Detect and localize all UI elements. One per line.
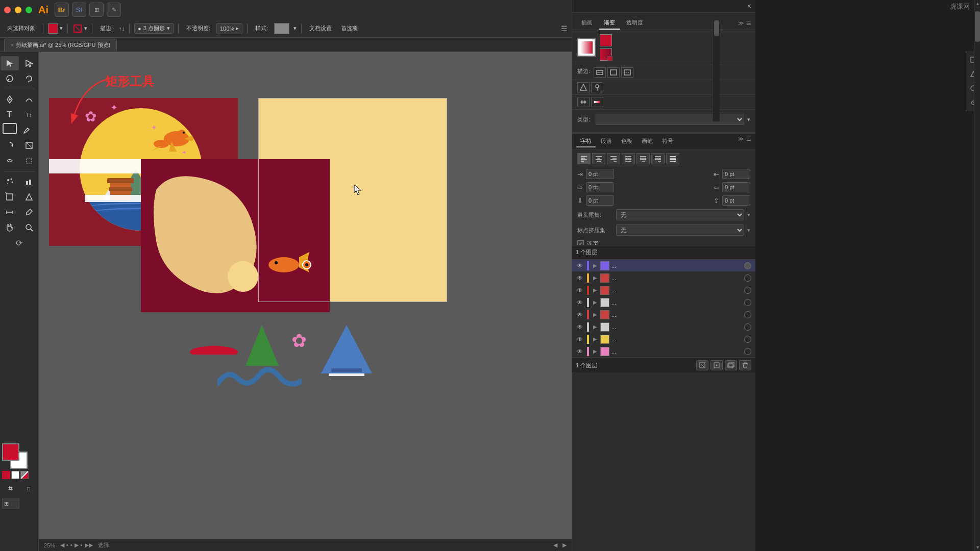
rect-tool-btn[interactable] bbox=[3, 123, 17, 134]
scroll-up-btn[interactable]: ▲ bbox=[975, 1, 980, 6]
curvature-tool-btn[interactable] bbox=[20, 92, 38, 107]
artboard-tool-btn[interactable] bbox=[1, 190, 19, 204]
angle-icon-btn[interactable] bbox=[577, 82, 590, 92]
gradient-swatch-red[interactable] bbox=[600, 34, 612, 46]
gradient-panel-scrollbar[interactable] bbox=[713, 19, 720, 121]
stock-icon[interactable]: St bbox=[72, 3, 86, 17]
stroke-align-right-btn[interactable] bbox=[621, 67, 633, 78]
mini-swatch-red[interactable] bbox=[2, 471, 10, 479]
layer-6-vis[interactable]: 👁 bbox=[576, 335, 584, 343]
doc-setup-btn[interactable]: 文档设置 bbox=[306, 23, 335, 33]
last-page-btn[interactable]: ▶▶ bbox=[85, 542, 93, 548]
style-swatch[interactable] bbox=[274, 23, 289, 34]
layer-row-0[interactable]: 👁 ▶ ... bbox=[572, 260, 755, 272]
hyphen-input[interactable] bbox=[586, 195, 614, 206]
char-tab-brush[interactable]: 画笔 bbox=[638, 136, 657, 147]
tab-illustration[interactable]: 插画 bbox=[576, 17, 598, 30]
layer-3-target[interactable] bbox=[744, 299, 751, 306]
foreground-color-swatch[interactable] bbox=[2, 443, 19, 461]
justify-btn[interactable] bbox=[622, 153, 635, 164]
char-tab-character[interactable]: 字符 bbox=[576, 136, 596, 147]
layer-0-expand[interactable]: ▶ bbox=[592, 263, 598, 269]
gradient-preview-swatch[interactable] bbox=[577, 38, 596, 57]
perspective-grid-btn[interactable] bbox=[20, 190, 38, 204]
avoid-heading-arrow[interactable]: ▾ bbox=[747, 212, 750, 218]
layer-6-target[interactable] bbox=[744, 336, 751, 343]
layer-1-target[interactable] bbox=[744, 274, 751, 282]
scale-tool-btn[interactable] bbox=[20, 138, 38, 153]
type-tool-btn[interactable]: T bbox=[1, 108, 19, 122]
traffic-light-fullscreen[interactable] bbox=[26, 7, 32, 13]
magic-wand-btn[interactable] bbox=[1, 71, 19, 86]
create-new-sublayer-btn[interactable] bbox=[710, 360, 723, 370]
gradient-type-select[interactable] bbox=[596, 114, 744, 125]
pen-tool-btn[interactable] bbox=[1, 92, 19, 107]
layer-4-expand[interactable]: ▶ bbox=[592, 312, 598, 318]
swap-colors-btn[interactable]: ⇆ bbox=[2, 481, 18, 495]
statusbar-arrow[interactable]: ◀ bbox=[553, 542, 557, 548]
eyedropper-btn[interactable] bbox=[20, 205, 38, 219]
measure-tool-btn[interactable] bbox=[1, 205, 19, 219]
char-tab-paragraph[interactable]: 段落 bbox=[597, 136, 616, 147]
fg-bg-swatch[interactable] bbox=[2, 443, 28, 469]
create-new-layer-btn[interactable] bbox=[725, 360, 737, 370]
layer-row-2[interactable]: 👁 ▶ ... bbox=[572, 284, 755, 296]
layer-row-7[interactable]: 👁 ▶ ... bbox=[572, 345, 755, 358]
align-center-btn[interactable] bbox=[592, 153, 605, 164]
grid-icon[interactable]: ⊞ bbox=[89, 3, 104, 17]
layer-2-expand[interactable]: ▶ bbox=[592, 287, 598, 293]
char-panel-list-btn[interactable]: ☰ bbox=[746, 136, 751, 147]
justify-last-center-btn[interactable] bbox=[636, 153, 650, 164]
reshape-btn[interactable]: ⟳ bbox=[10, 236, 29, 250]
layer-5-vis[interactable]: 👁 bbox=[576, 323, 584, 331]
layer-7-target[interactable] bbox=[744, 348, 751, 355]
layer-row-6[interactable]: 👁 ▶ ... bbox=[572, 333, 755, 345]
layer-2-target[interactable] bbox=[744, 287, 751, 294]
layer-row-1[interactable]: 👁 ▶ ... bbox=[572, 272, 755, 284]
reverse-gradient-btn[interactable] bbox=[577, 97, 590, 107]
avoid-heading-select[interactable]: 无 bbox=[616, 209, 744, 220]
justify-all-btn[interactable] bbox=[666, 153, 679, 164]
edit-gradient-btn[interactable] bbox=[591, 97, 603, 107]
statusbar-tools[interactable]: ▶ bbox=[562, 542, 567, 548]
prev-page-btn[interactable]: ◀ bbox=[60, 542, 64, 548]
align-right-btn[interactable] bbox=[607, 153, 620, 164]
direct-selection-tool-btn[interactable] bbox=[20, 56, 38, 70]
right-scrollbar-thumb[interactable] bbox=[975, 11, 980, 42]
rotate-tool-btn[interactable] bbox=[1, 138, 19, 153]
layer-1-expand[interactable]: ▶ bbox=[592, 275, 598, 281]
layer-4-target[interactable] bbox=[744, 311, 751, 318]
default-colors-btn[interactable]: □ bbox=[20, 481, 37, 495]
opacity-value[interactable]: 100% ▸ bbox=[216, 23, 242, 34]
document-tab[interactable]: × 剪纸插画.ai* @ 25% (RGB/GPU 预览) bbox=[4, 39, 117, 51]
stroke-width-controls[interactable]: ↑↓ bbox=[119, 26, 125, 32]
panel-more-btn[interactable]: ≫ bbox=[738, 20, 744, 27]
compress-select[interactable]: 无 bbox=[616, 224, 744, 236]
panel-toggle-btn[interactable]: ☰ bbox=[561, 24, 568, 33]
char-panel-more-btn[interactable]: ≫ bbox=[738, 136, 744, 147]
delete-layer-btn[interactable] bbox=[739, 360, 751, 370]
brush-size-selector[interactable]: ● 3 点圆形 ▾ bbox=[134, 23, 174, 34]
char-tab-swatches[interactable]: 色板 bbox=[617, 136, 636, 147]
layer-1-vis[interactable]: 👁 bbox=[576, 274, 584, 282]
space-after-input[interactable] bbox=[722, 182, 750, 192]
justify-last-right-btn[interactable] bbox=[651, 153, 665, 164]
layer-7-vis[interactable]: 👁 bbox=[576, 347, 584, 356]
mini-swatch-gradient[interactable] bbox=[20, 471, 29, 479]
layer-3-vis[interactable]: 👁 bbox=[576, 298, 584, 307]
fill-color-swatch[interactable] bbox=[48, 23, 58, 34]
traffic-light-close[interactable] bbox=[4, 7, 11, 13]
panel-list-btn[interactable]: ☰ bbox=[746, 20, 751, 27]
align-left-btn[interactable] bbox=[577, 153, 591, 164]
selection-tool-btn[interactable] bbox=[1, 56, 19, 70]
layer-0-target[interactable] bbox=[744, 262, 751, 269]
prefs-btn[interactable]: 首选项 bbox=[338, 23, 361, 33]
hyphen2-input[interactable] bbox=[722, 195, 750, 206]
artboard-toggle-btn[interactable]: ⊞ bbox=[2, 498, 37, 510]
compress-arrow[interactable]: ▾ bbox=[747, 227, 750, 234]
layer-6-expand[interactable]: ▶ bbox=[592, 336, 598, 342]
symbol-spray-btn[interactable] bbox=[1, 174, 19, 189]
layer-7-expand[interactable]: ▶ bbox=[592, 348, 598, 355]
layer-row-5[interactable]: 👁 ▶ ... bbox=[572, 321, 755, 333]
layer-3-expand[interactable]: ▶ bbox=[592, 299, 598, 306]
